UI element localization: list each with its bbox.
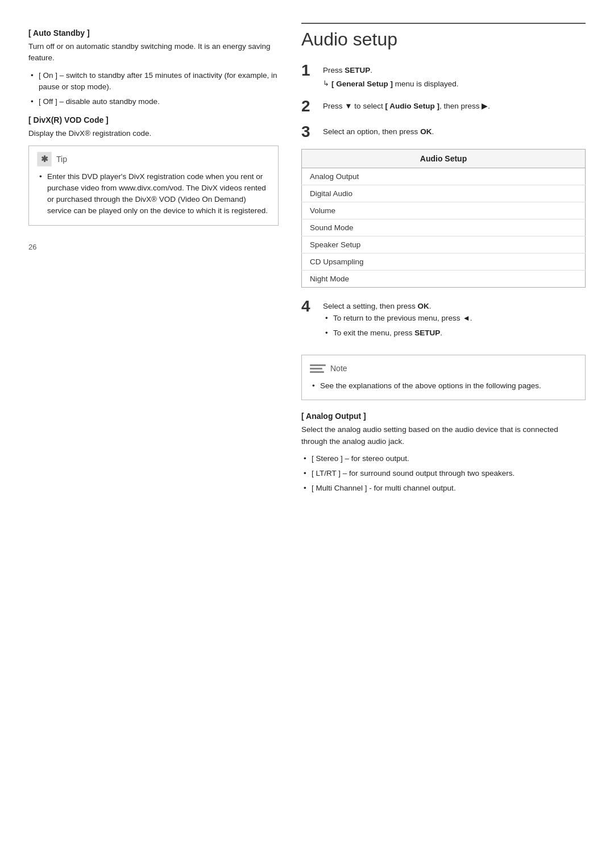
table-row: Analog Output bbox=[302, 168, 586, 185]
bullet-off: [ Off ] – disable auto standby mode. bbox=[39, 96, 279, 107]
analog-output-bullets: [ Stereo ] – for stereo output. [ LT/RT … bbox=[301, 453, 586, 495]
page-number: 26 bbox=[28, 243, 279, 251]
step-4: 4 Select a setting, then press OK. To re… bbox=[301, 298, 586, 347]
note-text: See the explanations of the above option… bbox=[320, 380, 577, 392]
note-line-3 bbox=[310, 371, 324, 373]
note-line-2 bbox=[310, 368, 322, 369]
step-1-sub: ↳ [ General Setup ] menu is displayed. bbox=[323, 78, 459, 90]
table-cell: CD Upsampling bbox=[302, 253, 586, 270]
table-cell: Speaker Setup bbox=[302, 236, 586, 253]
table-row: Speaker Setup bbox=[302, 236, 586, 253]
table-cell: Night Mode bbox=[302, 270, 586, 287]
auto-standby-heading: [ Auto Standby ] bbox=[28, 28, 279, 38]
step-1-sub-text: [ General Setup ] menu is displayed. bbox=[331, 78, 459, 90]
step-1-number: 1 bbox=[301, 62, 317, 80]
tip-text: Enter this DVD player's DivX registratio… bbox=[47, 171, 270, 217]
auto-standby-bullets: [ On ] – switch to standby after 15 minu… bbox=[28, 70, 279, 108]
step-1-text-before: Press bbox=[323, 66, 345, 74]
tip-label: Tip bbox=[56, 155, 67, 164]
step-4-ok-bold: OK bbox=[418, 302, 429, 310]
left-column: [ Auto Standby ] Turn off or on automati… bbox=[28, 23, 279, 502]
analog-output-heading: [ Analog Output ] bbox=[301, 412, 586, 421]
table-cell: Digital Audio bbox=[302, 185, 586, 202]
svg-text:✱: ✱ bbox=[41, 154, 48, 164]
bullet-on: [ On ] – switch to standby after 15 minu… bbox=[39, 70, 279, 93]
note-label: Note bbox=[330, 364, 347, 373]
step-1: 1 Press SETUP. ↳ [ General Setup ] menu … bbox=[301, 62, 586, 90]
step-2-content: Press ▼ to select [ Audio Setup ], then … bbox=[323, 98, 490, 113]
tip-box: ✱ Tip Enter this DVD player's DivX regis… bbox=[28, 146, 279, 226]
analog-output-section: [ Analog Output ] Select the analog audi… bbox=[301, 412, 586, 494]
table-row: Digital Audio bbox=[302, 185, 586, 202]
step-1-content: Press SETUP. ↳ [ General Setup ] menu is… bbox=[323, 62, 459, 90]
tip-header: ✱ Tip bbox=[37, 152, 270, 167]
tip-bullets: Enter this DVD player's DivX registratio… bbox=[37, 171, 270, 217]
step-1-setup-bold: SETUP bbox=[345, 66, 370, 74]
note-line-1 bbox=[310, 364, 326, 366]
audio-setup-table: Audio Setup Analog Output Digital Audio … bbox=[301, 149, 586, 288]
auto-standby-text: Turn off or on automatic standby switchi… bbox=[28, 41, 279, 64]
bullet-multi: [ Multi Channel ] - for multi channel ou… bbox=[312, 483, 586, 494]
table-row: Volume bbox=[302, 202, 586, 219]
analog-output-text: Select the analog audio setting based on… bbox=[301, 424, 586, 447]
note-header: Note bbox=[310, 361, 577, 376]
audio-table-header: Audio Setup bbox=[302, 149, 586, 168]
step-2-number: 2 bbox=[301, 98, 317, 115]
step-4-bullets: To return to the previous menu, press ◄.… bbox=[323, 313, 472, 339]
step-4-number: 4 bbox=[301, 298, 317, 315]
note-icon bbox=[310, 361, 326, 376]
right-column: Audio setup 1 Press SETUP. ↳ [ General S… bbox=[301, 23, 586, 502]
step-3-number: 3 bbox=[301, 123, 317, 141]
audio-table-body: Analog Output Digital Audio Volume Sound… bbox=[302, 168, 586, 287]
arrow-sym: ↳ bbox=[323, 78, 329, 90]
step-3-content: Select an option, then press OK. bbox=[323, 123, 434, 138]
note-box: Note See the explanations of the above o… bbox=[301, 355, 586, 400]
step-4-bullet-1: To return to the previous menu, press ◄. bbox=[333, 313, 472, 324]
step-2: 2 Press ▼ to select [ Audio Setup ], the… bbox=[301, 98, 586, 115]
note-bullets: See the explanations of the above option… bbox=[310, 380, 577, 392]
tip-icon: ✱ bbox=[37, 152, 52, 167]
step-3: 3 Select an option, then press OK. bbox=[301, 123, 586, 141]
table-cell: Volume bbox=[302, 202, 586, 219]
page-title: Audio setup bbox=[301, 30, 586, 49]
bullet-ltrt: [ LT/RT ] – for surround sound output th… bbox=[312, 468, 586, 479]
table-cell: Analog Output bbox=[302, 168, 586, 185]
table-row: Sound Mode bbox=[302, 219, 586, 236]
bullet-stereo: [ Stereo ] – for stereo output. bbox=[312, 453, 586, 464]
divx-heading: [ DivX(R) VOD Code ] bbox=[28, 115, 279, 124]
table-cell: Sound Mode bbox=[302, 219, 586, 236]
back-arrow-symbol: ◄ bbox=[462, 314, 470, 322]
step-4-content: Select a setting, then press OK. To retu… bbox=[323, 298, 472, 347]
divx-text: Display the DivX® registration code. bbox=[28, 128, 279, 139]
table-row: Night Mode bbox=[302, 270, 586, 287]
step-4-bullet-2: To exit the menu, press SETUP. bbox=[333, 327, 472, 339]
table-row: CD Upsampling bbox=[302, 253, 586, 270]
